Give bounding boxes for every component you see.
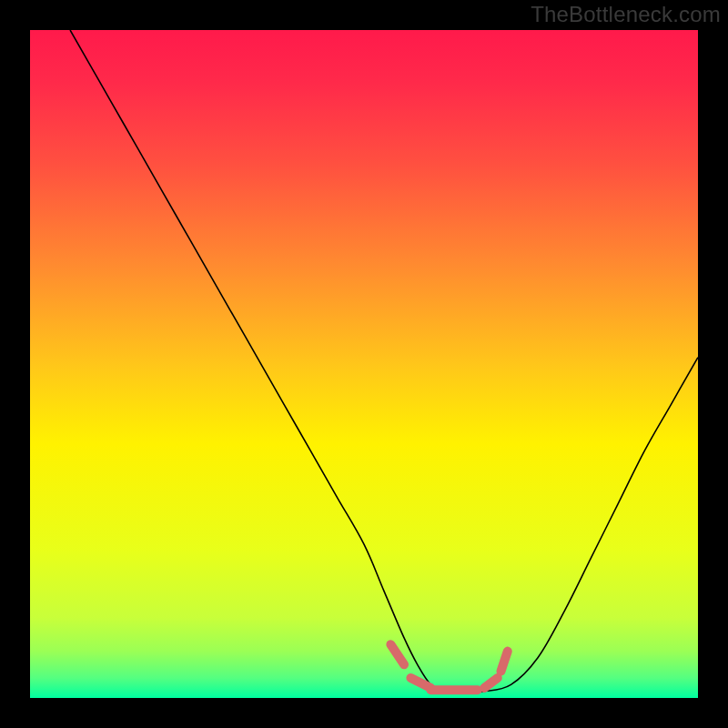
- chart-frame: TheBottleneck.com: [0, 0, 728, 728]
- gradient-background: [30, 30, 698, 698]
- plot-svg: [30, 30, 698, 698]
- watermark-label: TheBottleneck.com: [531, 2, 721, 27]
- valley-band-segment: [500, 652, 507, 672]
- plot-area: [30, 30, 698, 698]
